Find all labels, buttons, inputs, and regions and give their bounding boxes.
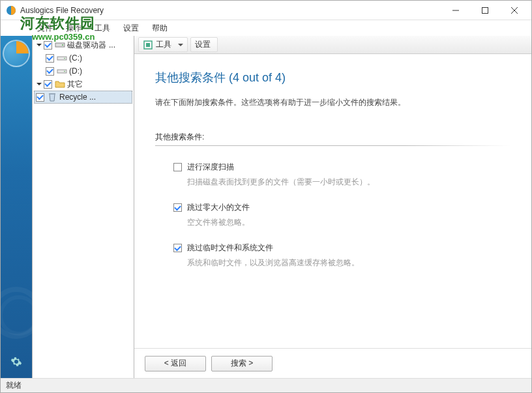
option-label: 跳过临时文件和系统文件: [187, 242, 273, 254]
app-icon: [6, 5, 16, 16]
page-description: 请在下面附加搜索条件。这些选项将有助于进一步缩小文件的搜索结果。: [155, 97, 510, 108]
recycle-icon: [47, 92, 57, 102]
svg-rect-7: [57, 57, 66, 60]
folder-icon: [55, 79, 65, 89]
tree-node-other[interactable]: 其它: [33, 78, 134, 91]
option-label: 进行深度扫描: [187, 162, 234, 173]
maximize-button[interactable]: [470, 1, 499, 20]
section-label: 其他搜索条件:: [155, 132, 510, 143]
page-title: 其他搜索条件 (4 out of 4): [155, 70, 510, 85]
checkbox-skip-zero[interactable]: [173, 203, 182, 212]
section-divider: [155, 145, 510, 146]
menu-file[interactable]: 文件: [31, 20, 59, 36]
content-body: 其他搜索条件 (4 out of 4) 请在下面附加搜索条件。这些选项将有助于进…: [134, 54, 531, 348]
close-button[interactable]: [499, 1, 529, 20]
status-bar: 就绪: [1, 378, 531, 392]
toolbar-tools-label: 工具: [156, 39, 171, 50]
checkbox[interactable]: [36, 93, 44, 102]
toolbar-tools-button[interactable]: 工具: [138, 37, 188, 52]
checkbox[interactable]: [46, 54, 54, 63]
tree-ellipsis: ...: [109, 40, 115, 50]
expand-icon[interactable]: [35, 80, 43, 88]
option-desc: 扫描磁盘表面找到更多的文件（需要一小时或更长）。: [187, 177, 510, 188]
svg-rect-11: [49, 93, 55, 95]
drive-icon: [57, 53, 67, 63]
page-counter: (4 out of 4): [229, 71, 286, 84]
minimize-button[interactable]: [441, 1, 470, 20]
chevron-down-icon: [178, 44, 183, 46]
toolbar-settings-button[interactable]: 设置: [190, 37, 218, 52]
tree-node-drive-d[interactable]: (D:): [33, 65, 134, 78]
sidebar-logo-icon: [3, 40, 30, 67]
content-area: 工具 设置 其他搜索条件 (4 out of 4) 请在下面附加搜索条件。这些选…: [134, 36, 531, 378]
sidebar: [1, 36, 32, 378]
main-area: 磁盘驱动器 ... (C:) (D:) 其它 Recycle ...: [1, 36, 531, 378]
svg-point-6: [62, 44, 63, 46]
option-skip-temp: 跳过临时文件和系统文件 系统和临时文件，以及浏览器高速缓存将被忽略。: [173, 242, 510, 269]
checkbox[interactable]: [44, 41, 52, 50]
menu-help[interactable]: 帮助: [145, 20, 174, 36]
tree-node-drive-c[interactable]: (C:): [33, 51, 134, 65]
page-title-text: 其他搜索条件: [155, 71, 226, 84]
toolbar-settings-label: 设置: [195, 39, 211, 50]
drives-icon: [55, 40, 65, 50]
checkbox-skip-temp[interactable]: [173, 244, 182, 252]
menu-settings[interactable]: 设置: [117, 20, 145, 36]
tree-label: Recycle ...: [59, 93, 96, 102]
option-deep-scan: 进行深度扫描 扫描磁盘表面找到更多的文件（需要一小时或更长）。: [173, 162, 510, 188]
option-desc: 空文件将被忽略。: [187, 217, 510, 228]
svg-rect-2: [482, 7, 488, 13]
back-button[interactable]: < 返回: [145, 356, 206, 371]
status-text: 就绪: [6, 380, 22, 391]
window-title: Auslogics File Recovery: [20, 6, 441, 15]
tools-icon: [143, 40, 153, 50]
option-label: 跳过零大小的文件: [187, 202, 250, 213]
drive-icon: [57, 66, 67, 76]
checkbox[interactable]: [46, 67, 54, 76]
svg-rect-9: [57, 70, 66, 73]
tree-label: 其它: [67, 79, 83, 90]
expand-icon[interactable]: [35, 41, 43, 49]
menu-tools[interactable]: 工具: [88, 20, 117, 36]
option-desc: 系统和临时文件，以及浏览器高速缓存将被忽略。: [187, 257, 510, 269]
tree-panel: 磁盘驱动器 ... (C:) (D:) 其它 Recycle ...: [32, 36, 134, 378]
checkbox[interactable]: [44, 80, 52, 89]
tree-node-recycle[interactable]: Recycle ...: [34, 91, 132, 104]
option-skip-zero: 跳过零大小的文件 空文件将被忽略。: [173, 202, 510, 228]
svg-point-8: [64, 58, 65, 59]
tree-label: (D:): [69, 66, 82, 76]
sidebar-settings-icon[interactable]: [7, 352, 26, 371]
tree-node-drives[interactable]: 磁盘驱动器 ...: [33, 38, 134, 51]
footer-bar: < 返回 搜索 >: [134, 348, 531, 378]
tree-label: 磁盘驱动器: [67, 40, 106, 51]
menu-bar: 文件 操作 工具 设置 帮助: [1, 20, 531, 36]
svg-rect-13: [146, 43, 150, 47]
search-button[interactable]: 搜索 >: [211, 356, 273, 371]
checkbox-deep-scan[interactable]: [173, 163, 182, 171]
svg-point-10: [64, 71, 65, 72]
content-toolbar: 工具 设置: [134, 36, 531, 54]
tree-label: (C:): [69, 53, 82, 63]
menu-action[interactable]: 操作: [59, 20, 88, 36]
title-bar: Auslogics File Recovery: [1, 1, 531, 20]
